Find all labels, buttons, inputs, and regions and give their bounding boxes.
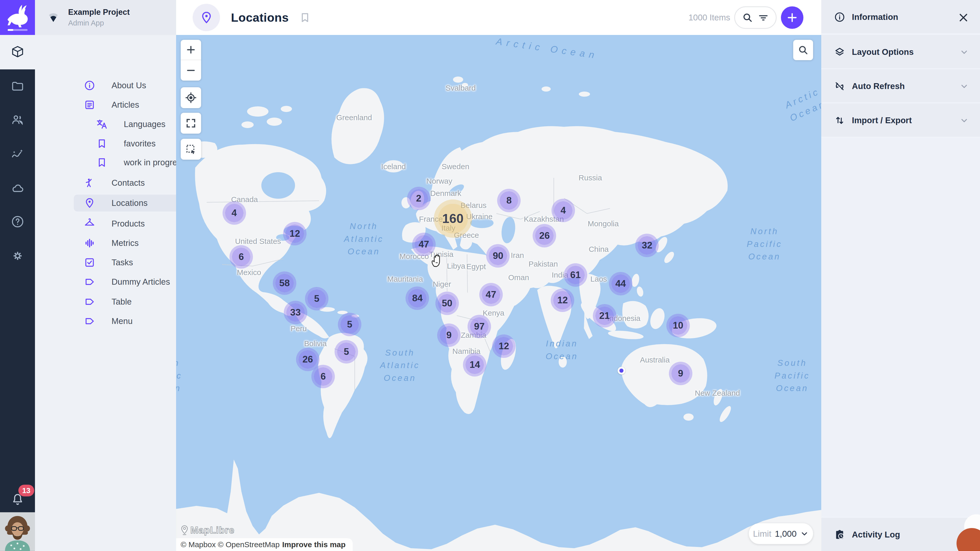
- sidebar-section-import-export[interactable]: Import / Export: [821, 103, 980, 138]
- pin-icon: [200, 11, 213, 24]
- activity-log-label: Activity Log: [852, 518, 900, 551]
- cluster-marker[interactable]: 12: [283, 222, 307, 245]
- cluster-marker[interactable]: 26: [533, 224, 556, 248]
- cluster-marker[interactable]: 12: [551, 289, 574, 312]
- cluster-marker[interactable]: 58: [273, 272, 296, 295]
- notification-badge: 13: [18, 485, 34, 496]
- module-insights[interactable]: [0, 140, 35, 168]
- module-content[interactable]: [0, 38, 35, 66]
- cluster-marker[interactable]: 90: [486, 244, 510, 268]
- plus-icon: [185, 44, 197, 56]
- cluster-marker[interactable]: 61: [564, 263, 587, 287]
- zoom-in-button[interactable]: [181, 40, 201, 60]
- project-header[interactable]: Example Project Admin App: [35, 0, 176, 35]
- pin-icon: [84, 197, 95, 209]
- section-label: Import / Export: [852, 103, 912, 138]
- sidebar-section-layout-options[interactable]: Layout Options: [821, 35, 980, 69]
- country-label: Denmark: [430, 189, 461, 198]
- cluster-marker[interactable]: 5: [305, 287, 328, 310]
- country-label: Iceland: [381, 162, 406, 171]
- cluster-marker[interactable]: 4: [223, 201, 246, 225]
- activity-log-button[interactable]: Activity Log: [821, 517, 980, 551]
- cluster-marker[interactable]: 9: [669, 362, 692, 385]
- country-label: Kenya: [483, 309, 504, 318]
- bookmark-icon[interactable]: [299, 12, 311, 24]
- attribution-text: © Mapbox © OpenStreetMap: [181, 540, 280, 549]
- cluster-marker[interactable]: 47: [479, 283, 503, 306]
- cluster-marker[interactable]: 10: [667, 314, 690, 337]
- nav-label: Products: [111, 215, 145, 232]
- bookmark-icon: [96, 157, 107, 168]
- sidebar-section-information: Information: [821, 0, 980, 34]
- zoom-out-button[interactable]: [181, 60, 201, 81]
- cluster-marker[interactable]: 21: [593, 304, 616, 327]
- project-name: Example Project: [68, 8, 130, 17]
- help-icon: [11, 215, 24, 229]
- nav-label: Table: [111, 293, 132, 310]
- fullscreen-button[interactable]: [181, 113, 201, 134]
- country-label: Mexico: [237, 268, 261, 277]
- chevron-down-icon: [959, 82, 969, 91]
- cluster-marker[interactable]: 6: [311, 365, 335, 388]
- cluster-marker[interactable]: 33: [284, 301, 307, 324]
- right-sidebar: Information Layout Options Auto Refresh …: [821, 0, 980, 551]
- items-count: 1000 Items: [689, 0, 730, 35]
- cluster-marker[interactable]: 5: [334, 340, 358, 364]
- box-select-button[interactable]: [181, 139, 201, 160]
- limit-value: 1,000: [775, 529, 797, 539]
- hand-cursor: [430, 253, 443, 267]
- add-item-button[interactable]: [781, 6, 803, 29]
- map-canvas[interactable]: Arctic OceanArctic OceanNorth Atlantic O…: [176, 35, 821, 551]
- module-extensions[interactable]: [0, 174, 35, 202]
- cluster-marker[interactable]: 14: [463, 353, 487, 376]
- improve-map-link[interactable]: Improve this map: [282, 540, 345, 549]
- gear-icon: [11, 249, 24, 263]
- cluster-marker[interactable]: 97: [468, 315, 491, 338]
- cluster-marker[interactable]: 84: [406, 286, 429, 310]
- search-icon: [797, 44, 809, 56]
- cluster-marker[interactable]: 50: [435, 292, 459, 315]
- nav-label: Contacts: [111, 175, 145, 191]
- cluster-marker[interactable]: 47: [412, 233, 436, 256]
- cluster-marker[interactable]: 6: [229, 245, 253, 268]
- cluster-marker[interactable]: 4: [552, 199, 575, 222]
- cluster-marker[interactable]: 12: [492, 334, 515, 358]
- translate-icon: [96, 119, 107, 130]
- map-search-button[interactable]: [793, 40, 813, 60]
- info-icon: [834, 11, 845, 23]
- people-icon: [11, 113, 24, 127]
- app-logo[interactable]: [0, 0, 35, 35]
- cluster-marker[interactable]: 2: [407, 187, 431, 210]
- module-settings[interactable]: [0, 242, 35, 270]
- cluster-marker[interactable]: 160: [434, 200, 472, 238]
- maplibre-logo: MapLibre: [180, 525, 234, 536]
- point-marker[interactable]: [617, 367, 625, 375]
- user-avatar[interactable]: [0, 512, 35, 551]
- country-label: China: [589, 245, 609, 254]
- sidebar-section-auto-refresh[interactable]: Auto Refresh: [821, 69, 980, 103]
- label-icon: [84, 276, 95, 287]
- module-users[interactable]: [0, 106, 35, 134]
- bookmark-icon: [96, 138, 107, 149]
- page-icon-button[interactable]: [192, 4, 220, 31]
- country-label: Mauritania: [387, 275, 423, 283]
- cluster-marker[interactable]: 44: [609, 272, 632, 295]
- country-label: Pakistan: [528, 260, 558, 268]
- maplibre-pin-icon: [180, 525, 189, 536]
- module-files[interactable]: [0, 72, 35, 100]
- cluster-marker[interactable]: 5: [338, 313, 361, 336]
- zoom-controls: [181, 40, 201, 81]
- limit-dropdown[interactable]: Limit 1,000: [749, 523, 813, 544]
- close-icon[interactable]: [957, 11, 970, 24]
- module-help[interactable]: [0, 208, 35, 236]
- navigation-sidebar: About Us Articles Languages favorites wo…: [35, 35, 176, 551]
- avatar-image: [0, 512, 35, 551]
- geolocate-button[interactable]: [181, 87, 201, 108]
- nav-label: Tasks: [111, 254, 133, 271]
- plus-icon: [786, 11, 798, 24]
- nav-label: Locations: [111, 195, 148, 211]
- chevron-down-icon: [959, 116, 969, 125]
- ocean-label: Indian Ocean: [546, 337, 578, 362]
- notifications-button[interactable]: 13: [0, 485, 35, 513]
- search-filter-button[interactable]: [734, 6, 776, 29]
